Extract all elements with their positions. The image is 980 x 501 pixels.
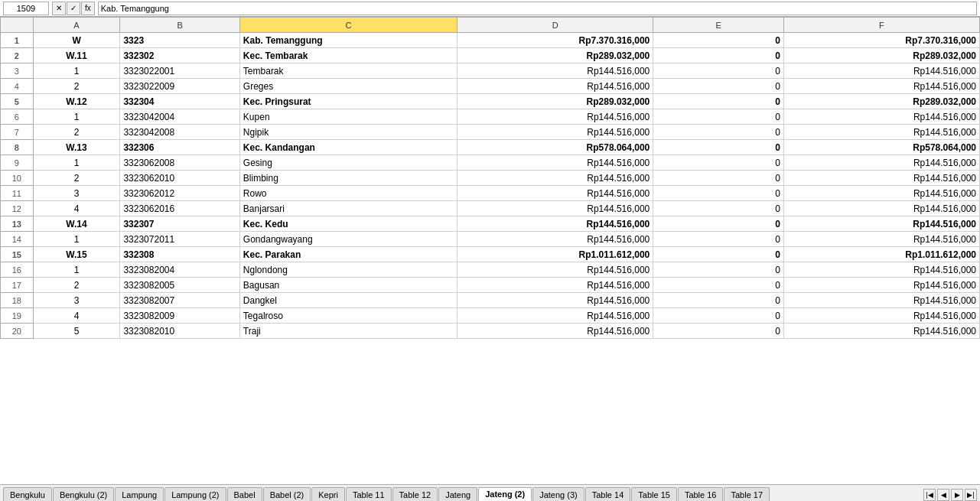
col-b-cell[interactable]: 3323042008 [120,125,239,140]
col-b-cell[interactable]: 332304 [120,94,239,109]
table-row[interactable]: 1413323072011GondangwayangRp144.516,0000… [1,232,980,247]
col-a-cell[interactable]: 1 [33,262,120,278]
col-c-cell[interactable]: Kec. Tembarak [239,48,457,63]
col-d-cell[interactable]: Rp144.516,000 [457,125,653,140]
col-a-cell[interactable]: 1 [33,232,120,247]
col-a-cell[interactable]: 2 [33,125,120,140]
col-f-cell[interactable]: Rp289.032,000 [783,48,979,63]
col-b-cell[interactable]: 3323 [120,33,239,48]
col-d-cell[interactable]: Rp144.516,000 [457,109,653,125]
col-a-cell[interactable]: W.14 [33,216,120,232]
col-header-a[interactable]: A [33,18,120,33]
row-number[interactable]: 11 [1,186,34,201]
col-e-cell[interactable]: 0 [653,94,784,109]
col-b-cell[interactable]: 3323082009 [120,308,239,324]
tab-table14[interactable]: Table 14 [585,487,631,501]
row-number[interactable]: 3 [1,63,34,79]
col-e-cell[interactable]: 0 [653,262,784,278]
col-d-cell[interactable]: Rp578.064,000 [457,140,653,155]
col-d-cell[interactable]: Rp144.516,000 [457,201,653,216]
tab-lampung2[interactable]: Lampung (2) [164,487,226,501]
row-number[interactable]: 1 [1,33,34,48]
col-d-cell[interactable]: Rp144.516,000 [457,216,653,232]
col-c-cell[interactable]: Gondangwayang [239,232,457,247]
col-b-cell[interactable]: 3323042004 [120,109,239,125]
table-row[interactable]: 1023323062010BlimbingRp144.516,0000Rp144… [1,171,980,186]
col-a-cell[interactable]: W.13 [33,140,120,155]
row-number[interactable]: 20 [1,324,34,339]
col-d-cell[interactable]: Rp144.516,000 [457,155,653,171]
col-d-cell[interactable]: Rp144.516,000 [457,308,653,324]
col-b-cell[interactable]: 332302 [120,48,239,63]
col-c-cell[interactable]: Traji [239,324,457,339]
tab-babel[interactable]: Babel [227,487,262,501]
tab-jateng[interactable]: Jateng [438,487,477,501]
col-a-cell[interactable]: W.11 [33,48,120,63]
table-row[interactable]: 613323042004KupenRp144.516,0000Rp144.516… [1,109,980,125]
col-f-cell[interactable]: Rp144.516,000 [783,171,979,186]
col-d-cell[interactable]: Rp144.516,000 [457,278,653,293]
table-row[interactable]: 1243323062016BanjarsariRp144.516,0000Rp1… [1,201,980,216]
row-number[interactable]: 6 [1,109,34,125]
col-c-cell[interactable]: Ngipik [239,125,457,140]
table-row[interactable]: 1723323082005BagusanRp144.516,0000Rp144.… [1,278,980,293]
col-d-cell[interactable]: Rp1.011.612,000 [457,247,653,262]
table-row[interactable]: 1833323082007DangkelRp144.516,0000Rp144.… [1,293,980,308]
col-e-cell[interactable]: 0 [653,308,784,324]
col-header-e[interactable]: E [653,18,784,33]
col-e-cell[interactable]: 0 [653,33,784,48]
col-header-b[interactable]: B [120,18,239,33]
col-e-cell[interactable]: 0 [653,48,784,63]
col-a-cell[interactable]: 1 [33,63,120,79]
col-b-cell[interactable]: 3323072011 [120,232,239,247]
col-d-cell[interactable]: Rp289.032,000 [457,48,653,63]
table-row[interactable]: 8W.13332306Kec. KandanganRp578.064,0000R… [1,140,980,155]
row-number[interactable]: 15 [1,247,34,262]
col-f-cell[interactable]: Rp144.516,000 [783,186,979,201]
col-f-cell[interactable]: Rp144.516,000 [783,293,979,308]
col-b-cell[interactable]: 3323062010 [120,171,239,186]
tab-jateng3[interactable]: Jateng (3) [532,487,584,501]
col-b-cell[interactable]: 3323062016 [120,201,239,216]
col-a-cell[interactable]: W [33,33,120,48]
col-c-cell[interactable]: Kec. Pringsurat [239,94,457,109]
col-c-cell[interactable]: Kab. Temanggung [239,33,457,48]
col-d-cell[interactable]: Rp144.516,000 [457,232,653,247]
table-row[interactable]: 2053323082010TrajiRp144.516,0000Rp144.51… [1,324,980,339]
col-c-cell[interactable]: Greges [239,79,457,94]
col-e-cell[interactable]: 0 [653,216,784,232]
col-c-cell[interactable]: Kec. Kedu [239,216,457,232]
row-number[interactable]: 14 [1,232,34,247]
tab-table12[interactable]: Table 12 [392,487,438,501]
row-number[interactable]: 4 [1,79,34,94]
col-d-cell[interactable]: Rp144.516,000 [457,63,653,79]
table-row[interactable]: 313323022001TembarakRp144.516,0000Rp144.… [1,63,980,79]
table-row[interactable]: 1W3323Kab. TemanggungRp7.370.316,0000Rp7… [1,33,980,48]
row-number[interactable]: 10 [1,171,34,186]
col-f-cell[interactable]: Rp289.032,000 [783,94,979,109]
tab-table11[interactable]: Table 11 [346,487,392,501]
table-row[interactable]: 1133323062012RowoRp144.516,0000Rp144.516… [1,186,980,201]
col-a-cell[interactable]: 3 [33,293,120,308]
col-c-cell[interactable]: Kec. Kandangan [239,140,457,155]
col-e-cell[interactable]: 0 [653,186,784,201]
col-c-cell[interactable]: Gesing [239,155,457,171]
col-e-cell[interactable]: 0 [653,109,784,125]
col-c-cell[interactable]: Blimbing [239,171,457,186]
col-b-cell[interactable]: 3323022009 [120,79,239,94]
col-header-d[interactable]: D [457,18,653,33]
row-number[interactable]: 16 [1,262,34,278]
col-a-cell[interactable]: 5 [33,324,120,339]
row-number[interactable]: 13 [1,216,34,232]
col-d-cell[interactable]: Rp7.370.316,000 [457,33,653,48]
col-b-cell[interactable]: 3323082004 [120,262,239,278]
col-c-cell[interactable]: Bagusan [239,278,457,293]
table-row[interactable]: 913323062008GesingRp144.516,0000Rp144.51… [1,155,980,171]
col-a-cell[interactable]: 2 [33,171,120,186]
col-c-cell[interactable]: Kupen [239,109,457,125]
row-number[interactable]: 17 [1,278,34,293]
tab-jateng2[interactable]: Jateng (2) [478,487,532,501]
row-number[interactable]: 18 [1,293,34,308]
col-e-cell[interactable]: 0 [653,125,784,140]
col-b-cell[interactable]: 3323062008 [120,155,239,171]
